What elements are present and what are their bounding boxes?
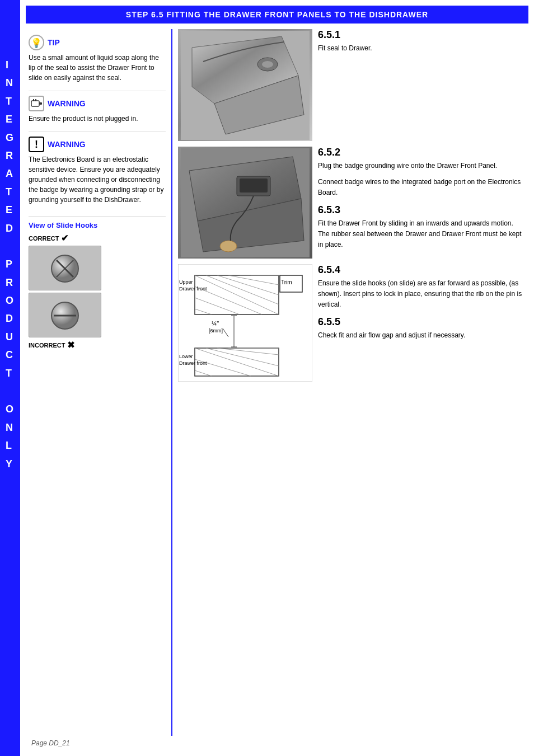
step-652-image xyxy=(178,147,312,259)
x-icon: ✖ xyxy=(67,340,74,350)
warning1-title: WARNING xyxy=(29,96,166,111)
sidebar: INTEGRATEDPRODUCTONLY xyxy=(0,0,20,756)
check-icon: ✔ xyxy=(61,233,68,243)
step-header: STEP 6.5 FITTING THE DRAWER FRONT PANELS… xyxy=(26,6,528,24)
step-651-num: 6.5.1 xyxy=(318,29,523,41)
diagram-image: Trim Upper Drawer front ¼" [6mm] xyxy=(178,264,312,382)
step-652-text: 6.5.2 Plug the badge grounding wire onto… xyxy=(318,147,523,259)
step-652-desc2: Connect badge wires to the integrated ba… xyxy=(318,177,523,198)
incorrect-hook-image xyxy=(29,293,101,337)
step-654-text: 6.5.4 Ensure the slide hooks (on slide) … xyxy=(318,264,523,382)
left-column: 💡 TIP Use a small amount of liquid soap … xyxy=(26,29,171,736)
plug-warning-icon xyxy=(29,96,44,111)
step-651-section: 6.5.1 Fit seal to Drawer. xyxy=(178,29,523,141)
step-652-desc: Plug the badge grounding wire onto the D… xyxy=(318,161,523,171)
incorrect-label: INCORRECT ✖ xyxy=(29,340,166,350)
warning2-text: The Electronics Board is an electrostati… xyxy=(29,154,166,205)
step-655-num: 6.5.5 xyxy=(318,316,523,328)
warning-box-2: ! WARNING The Electronics Board is an el… xyxy=(29,137,166,205)
step-651-desc: Fit seal to Drawer. xyxy=(318,43,523,54)
warning2-title: ! WARNING xyxy=(29,137,166,152)
svg-point-15 xyxy=(262,61,273,68)
tip-title: 💡 TIP xyxy=(29,35,166,50)
step-653-num: 6.5.3 xyxy=(318,204,523,216)
slide-hooks-title: View of Slide Hooks xyxy=(29,221,166,229)
svg-text:Drawer front: Drawer front xyxy=(179,286,207,292)
step-654-section: Trim Upper Drawer front ¼" [6mm] xyxy=(178,264,523,382)
sidebar-letters: INTEGRATEDPRODUCTONLY xyxy=(6,56,15,473)
step-652-num: 6.5.2 xyxy=(318,147,523,158)
lightbulb-icon: 💡 xyxy=(29,35,44,50)
warning1-text: Ensure the product is not plugged in. xyxy=(29,114,166,124)
svg-text:Upper: Upper xyxy=(179,279,193,285)
svg-text:¼": ¼" xyxy=(212,320,219,327)
svg-point-21 xyxy=(220,241,237,252)
correct-hook-image xyxy=(29,246,101,290)
warning-box-1: WARNING Ensure the product is not plugge… xyxy=(29,96,166,124)
step-655-desc: Check fit and air flow gap and adjust if… xyxy=(318,330,523,341)
content-row: 💡 TIP Use a small amount of liquid soap … xyxy=(26,29,528,736)
step-654-num: 6.5.4 xyxy=(318,264,523,276)
svg-rect-3 xyxy=(39,102,42,105)
step-652-section: 6.5.2 Plug the badge grounding wire onto… xyxy=(178,147,523,259)
slide-hooks-section: View of Slide Hooks CORRECT ✔ xyxy=(29,221,166,350)
svg-text:Lower: Lower xyxy=(179,354,193,359)
exclamation-warning-icon: ! xyxy=(29,137,44,152)
svg-rect-0 xyxy=(31,101,39,106)
tip-box: 💡 TIP Use a small amount of liquid soap … xyxy=(29,35,166,83)
main-content: STEP 6.5 FITTING THE DRAWER FRONT PANELS… xyxy=(20,0,534,756)
svg-text:[6mm]: [6mm] xyxy=(209,328,223,334)
right-column: 6.5.1 Fit seal to Drawer. xyxy=(171,29,528,736)
step-653-desc: Fit the Drawer Front by sliding in an in… xyxy=(318,218,523,251)
correct-label: CORRECT ✔ xyxy=(29,233,166,243)
svg-text:Trim: Trim xyxy=(281,279,292,285)
step-651-image xyxy=(178,29,312,141)
svg-rect-20 xyxy=(240,179,268,192)
page-footer: Page DD_21 xyxy=(26,736,528,750)
step-651-text: 6.5.1 Fit seal to Drawer. xyxy=(318,29,523,141)
svg-text:Drawer front: Drawer front xyxy=(179,360,207,366)
step-654-desc: Ensure the slide hooks (on slide) are as… xyxy=(318,278,523,311)
tip-text: Use a small amount of liquid soap along … xyxy=(29,53,166,83)
